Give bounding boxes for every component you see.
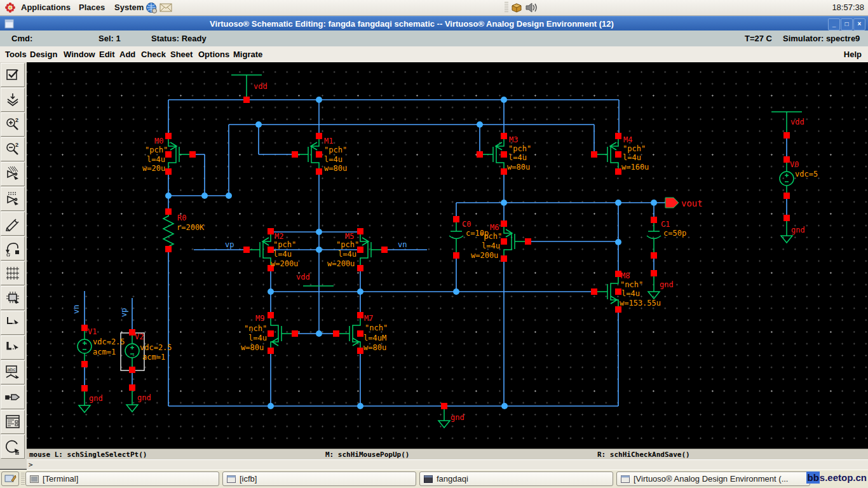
panel-grip[interactable] [505, 2, 508, 13]
simulator-label: Simulator: spectre [783, 30, 855, 46]
stretch-button[interactable] [1, 162, 25, 186]
cli-prompt-line[interactable]: > [27, 459, 868, 470]
mouse-left-binding: mouse L: schSingleSelectPt() [29, 449, 147, 460]
window-icon [227, 475, 236, 483]
net-label-vp: vp [225, 240, 234, 249]
show-desktop-icon [4, 473, 17, 484]
menu-edit[interactable]: Edit [99, 46, 115, 62]
menu-add[interactable]: Add [119, 46, 135, 62]
menu-places[interactable]: Places [75, 0, 109, 15]
eetop-watermark: bbs.eetop.cn [806, 472, 867, 483]
distro-logo-icon[interactable] [4, 2, 16, 13]
svg-text:2: 2 [15, 117, 18, 123]
svg-text:"pch": "pch" [324, 146, 347, 154]
svg-text:w=80u: w=80u [241, 343, 264, 352]
mail-icon[interactable] [159, 3, 172, 13]
menu-tools[interactable]: Tools [5, 46, 27, 62]
volume-icon[interactable] [525, 2, 539, 13]
svg-text:w=153.55u: w=153.55u [620, 299, 661, 308]
svg-text:acm=1: acm=1 [93, 348, 116, 356]
menu-sheet[interactable]: Sheet [170, 46, 193, 62]
devices[interactable] [78, 75, 802, 428]
svg-text:M0: M0 [154, 137, 163, 146]
error-count: 9 [855, 30, 860, 46]
net-label-vdd: vdd [790, 118, 804, 126]
net-label-vout: vout [681, 198, 703, 208]
show-desktop-button[interactable] [1, 471, 19, 486]
menu-system[interactable]: System [111, 0, 147, 15]
pin-button[interactable] [1, 385, 25, 409]
schematic-canvas[interactable]: vdd vdd vdd gnd gnd gnd gnd gnd vp vn vn… [27, 62, 868, 449]
net-label-vdd: vdd [296, 273, 310, 281]
status-ready: Status: Ready [151, 30, 207, 46]
cmd-options-button[interactable] [1, 435, 25, 459]
svg-text:M5: M5 [345, 232, 354, 241]
task-terminal[interactable]: [Terminal] [25, 471, 219, 486]
hierarchy-button[interactable] [1, 261, 25, 285]
property-button[interactable] [1, 410, 25, 434]
temperature: T=27 C [745, 30, 772, 46]
svg-text:w=160u: w=160u [621, 163, 649, 172]
copy-button[interactable] [1, 187, 25, 211]
svg-text:M3: M3 [509, 135, 518, 144]
gnd-symbol-c1 [648, 273, 660, 299]
menu-check[interactable]: Check [141, 46, 166, 62]
net-label-gnd: gnd [791, 226, 805, 234]
maximize-button[interactable]: □ [841, 18, 853, 30]
save-button[interactable] [1, 88, 25, 112]
menu-options[interactable]: Options [198, 46, 229, 62]
svg-text:l=4u: l=4u [621, 289, 640, 298]
task-virtuoso-ade[interactable]: [Virtuoso® Analog Design Environment (..… [616, 471, 810, 486]
wire-button[interactable] [1, 311, 25, 335]
svg-text:"pch": "pch" [145, 146, 168, 154]
selected-pin-markers [81, 97, 790, 409]
command-status-bar: Cmd: Sel: 1 Status: Ready T=27 C Simulat… [0, 30, 868, 47]
left-toolbar: 2 2 abc [0, 62, 27, 469]
transistor-M2 [247, 231, 271, 267]
taskbar: [Terminal] [icfb] fangdaqi [Virtuoso® An… [0, 470, 868, 488]
junction-dots [165, 97, 657, 409]
svg-text:w=80u: w=80u [324, 164, 347, 173]
check-and-save-button[interactable] [1, 63, 25, 87]
schematic-drawing[interactable]: vdd vdd vdd gnd gnd gnd gnd gnd vp vn vn… [27, 62, 868, 449]
delete-button[interactable] [1, 212, 25, 236]
transistor-M4 [594, 136, 618, 172]
svg-text:C0: C0 [462, 220, 471, 229]
zoom-in-2x-button[interactable]: 2 [1, 112, 25, 137]
svg-text:l=4uM: l=4uM [363, 334, 386, 342]
clock[interactable]: 18:57:38 [832, 0, 864, 15]
svg-text:w=80u: w=80u [507, 163, 530, 172]
menu-design[interactable]: Design [30, 46, 57, 62]
stretch-icon [4, 166, 21, 182]
menu-applications[interactable]: Applications [17, 0, 74, 15]
instance-button[interactable] [1, 286, 25, 310]
wires[interactable] [85, 100, 787, 406]
minimize-button[interactable]: _ [828, 18, 840, 30]
zoom-out-2x-button[interactable]: 2 [1, 137, 25, 161]
net-label-gnd: gnd [660, 280, 674, 289]
close-button[interactable]: × [853, 18, 865, 30]
window-icon [424, 475, 433, 483]
web-browser-icon[interactable] [146, 2, 158, 14]
menu-help[interactable]: Help [844, 46, 862, 62]
menu-window[interactable]: Window [64, 46, 95, 62]
svg-text:vdc=2.5: vdc=2.5 [93, 337, 125, 346]
taskbar-grip[interactable] [21, 473, 25, 486]
svg-text:l=4u: l=4u [273, 250, 292, 259]
undo-button[interactable] [1, 236, 25, 261]
terminal-icon [30, 475, 39, 483]
package-update-icon[interactable] [511, 2, 522, 13]
svg-text:w=200u: w=200u [271, 259, 298, 268]
hierarchy-icon [4, 265, 21, 281]
wide-wire-button[interactable] [1, 336, 25, 360]
task-icfb[interactable]: [icfb] [222, 471, 416, 486]
svg-text:"pch": "pch" [273, 240, 296, 249]
instance-icon [4, 290, 21, 306]
window-titlebar[interactable]: Virtuoso® Schematic Editing: fangda fang… [0, 16, 868, 31]
menu-migrate[interactable]: Migrate [233, 46, 262, 62]
wire-name-button[interactable]: abc [1, 360, 25, 384]
vout-port[interactable] [665, 198, 679, 208]
svg-text:l=4u: l=4u [147, 155, 165, 164]
svg-text:l=4u: l=4u [482, 241, 500, 250]
task-fangdaqi[interactable]: fangdaqi [419, 471, 613, 486]
